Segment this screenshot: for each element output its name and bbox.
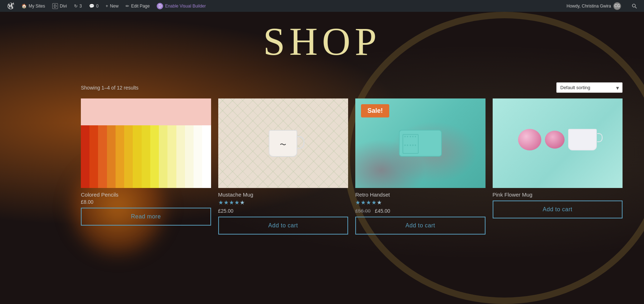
product-name: Colored Pencils: [81, 192, 211, 198]
radio-body: [399, 130, 442, 157]
edit-page-label: Edit Page: [131, 4, 150, 9]
divi-item[interactable]: D Divi: [49, 0, 70, 12]
speaker-dot: [415, 144, 416, 146]
add-to-cart-button-mug[interactable]: Add to cart: [218, 217, 348, 235]
divi-d-icon: D: [157, 3, 163, 9]
edit-page-item[interactable]: ✏ Edit Page: [122, 0, 153, 12]
star-4: ★: [371, 199, 376, 206]
star-3: ★: [366, 199, 371, 206]
product-card-colored-pencils: Colored Pencils £8.00 Read more: [81, 98, 211, 238]
pencil-stripes: [81, 125, 211, 188]
howdy-text: Howdy, Christina Gwira: [567, 4, 611, 9]
comments-item[interactable]: 💬 0: [86, 0, 102, 12]
product-name-flowers: Pink Flower Mug: [493, 192, 623, 198]
pencil-stripe-5: [116, 125, 124, 188]
product-image-mug: 〜: [218, 98, 348, 188]
speaker-dot: [410, 144, 411, 146]
star-2: ★: [224, 199, 229, 206]
product-name-radio: Retro Handset: [355, 192, 486, 198]
updates-item[interactable]: ↻ 3: [70, 0, 86, 12]
pencil-stripe-3: [98, 125, 107, 188]
star-5: ★: [377, 199, 382, 206]
pencil-icon: ✏: [126, 4, 129, 9]
pencil-stripe-8: [142, 125, 150, 188]
product-image-wrap-mug: 〜: [218, 98, 348, 188]
sorting-select[interactable]: Default sorting Sort by popularity Sort …: [556, 82, 623, 93]
enable-vb-item[interactable]: D Enable Visual Builder: [153, 0, 209, 12]
pencil-stripe-9: [150, 125, 159, 188]
product-image-radio: Sale!: [355, 98, 486, 188]
read-more-button-pencils[interactable]: Read more: [81, 208, 211, 226]
price-sale: £45.00: [375, 208, 390, 214]
product-price-radio: £56.00 £45.00: [355, 208, 486, 214]
speaker-dot: [404, 144, 406, 146]
product-image-pencils: [81, 98, 211, 188]
page-content: SHOP Showing 1–4 of 12 results Default s…: [0, 0, 644, 304]
star-4: ★: [234, 199, 239, 206]
enable-vb-label: Enable Visual Builder: [165, 4, 206, 9]
user-profile-item[interactable]: Howdy, Christina Gwira CG: [563, 0, 625, 12]
new-label: New: [110, 4, 118, 9]
speaker-dot: [410, 136, 411, 137]
speaker-dot: [407, 136, 408, 137]
flower-ball-2: [545, 131, 565, 149]
svg-point-0: [632, 4, 635, 7]
admin-bar: 🏠 My Sites D Divi ↻ 3 💬 0 + New ✏ Edit P…: [0, 0, 644, 12]
product-image-wrap-radio: Sale!: [355, 98, 486, 188]
product-card-mustache-mug: 〜 Mustache Mug ★ ★ ★ ★ ★ £25.00: [218, 98, 348, 238]
my-sites-item[interactable]: 🏠 My Sites: [18, 0, 49, 12]
pencil-stripe-6: [124, 125, 133, 188]
divi-label: Divi: [60, 4, 67, 9]
pencil-stripe-7: [133, 125, 141, 188]
products-grid: Colored Pencils £8.00 Read more 〜: [81, 98, 623, 238]
avatar: CG: [613, 2, 621, 10]
wp-logo-item[interactable]: [4, 0, 18, 12]
speaker-dot: [404, 136, 406, 137]
pencil-stripe-4: [107, 125, 116, 188]
pencil-stripe-11: [167, 125, 176, 188]
product-image-wrap-flowers: [493, 98, 623, 188]
star-5: ★: [240, 199, 245, 206]
my-sites-label: My Sites: [29, 4, 45, 9]
product-price-mug: £25.00: [218, 208, 348, 214]
speaker-dot: [412, 136, 414, 137]
mug-shape: 〜: [269, 130, 297, 157]
pencil-stripe-14: [194, 125, 202, 188]
updates-icon: ↻: [74, 4, 78, 9]
speaker-dot: [415, 136, 416, 137]
star-3: ★: [229, 199, 234, 206]
shop-area: Showing 1–4 of 12 results Default sortin…: [81, 82, 623, 238]
star-2: ★: [361, 199, 366, 206]
svg-line-1: [635, 7, 636, 8]
star-1: ★: [218, 199, 223, 206]
speaker-dot: [412, 144, 414, 146]
new-item[interactable]: + New: [102, 0, 122, 12]
mug-mustache: 〜: [280, 140, 286, 149]
comments-icon: 💬: [89, 4, 94, 9]
product-info-flowers: Pink Flower Mug Add to cart: [493, 188, 623, 222]
my-sites-icon: 🏠: [21, 4, 27, 9]
add-to-cart-button-radio[interactable]: Add to cart: [355, 217, 486, 235]
product-price: £8.00: [81, 199, 211, 205]
search-button[interactable]: [628, 0, 640, 12]
product-info: Colored Pencils £8.00 Read more: [81, 188, 211, 229]
pencil-stripe-10: [159, 125, 167, 188]
product-rating-mug: ★ ★ ★ ★ ★: [218, 199, 348, 206]
star-1: ★: [355, 199, 360, 206]
plus-icon: +: [106, 4, 108, 9]
updates-count: 3: [79, 4, 82, 9]
product-card-retro-handset: Sale! Retro Handset ★ ★ ★ ★ ★ £56.00 £45…: [355, 98, 486, 238]
product-info-mug: Mustache Mug ★ ★ ★ ★ ★ £25.00 Add to car…: [218, 188, 348, 238]
results-count: Showing 1–4 of 12 results: [81, 85, 138, 91]
sale-badge-radio: Sale!: [361, 104, 389, 117]
product-image-flowers: [493, 98, 623, 188]
product-info-radio: Retro Handset ★ ★ ★ ★ ★ £56.00 £45.00 Ad…: [355, 188, 486, 238]
pencil-stripe-13: [185, 125, 194, 188]
speaker-dot: [407, 144, 408, 146]
pencil-stripe-2: [89, 125, 98, 188]
shop-controls: Showing 1–4 of 12 results Default sortin…: [81, 82, 623, 93]
product-card-pink-flower: Pink Flower Mug Add to cart: [493, 98, 623, 238]
flower-ball-1: [518, 129, 541, 150]
product-name-mug: Mustache Mug: [218, 192, 348, 198]
add-to-cart-button-flowers[interactable]: Add to cart: [493, 201, 623, 218]
